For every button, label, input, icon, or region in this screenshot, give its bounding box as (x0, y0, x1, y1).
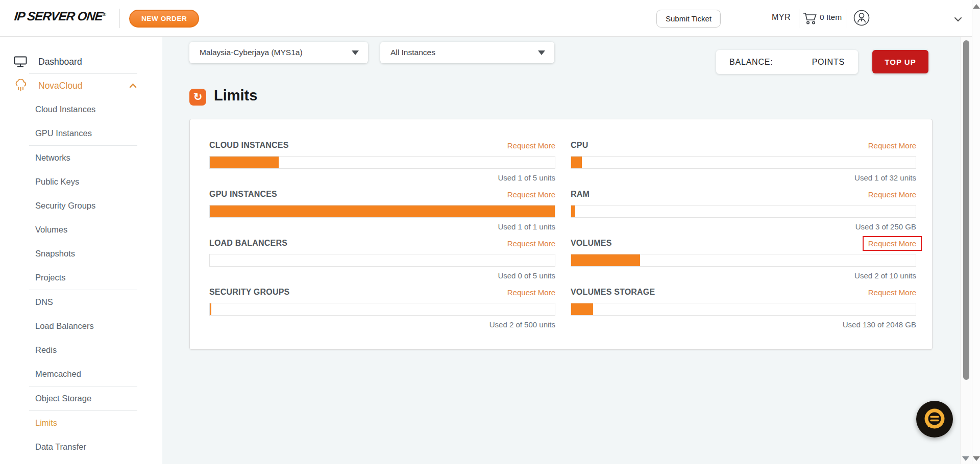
cart-count-label: 0 Item (820, 13, 842, 22)
balance-label: BALANCE: (729, 58, 773, 67)
sidebar-item-limits[interactable]: Limits (0, 411, 162, 435)
limit-progress-bar (571, 254, 916, 267)
sidebar-item-label: Limits (35, 418, 57, 428)
chat-widget-button[interactable] (916, 401, 953, 437)
content-scroll-down-arrow[interactable] (962, 456, 969, 461)
region-dropdown-value: Malaysia-Cyberjaya (MYS1a) (200, 48, 303, 57)
sidebar-item-dns[interactable]: DNS (0, 290, 162, 314)
monitor-icon (14, 56, 29, 68)
submit-ticket-button[interactable]: Submit Ticket (656, 10, 721, 28)
limit-label: CLOUD INSTANCES (209, 141, 289, 150)
registered-mark: ® (103, 12, 107, 17)
page-title: Limits (214, 87, 257, 104)
points-label: POINTS (812, 58, 845, 67)
sidebar-item-label: Dashboard (38, 57, 82, 67)
instances-dropdown[interactable]: All Instances (380, 42, 554, 63)
chevron-down-icon[interactable] (954, 15, 962, 21)
new-order-button[interactable]: NEW ORDER (129, 10, 199, 28)
sidebar-item-gpu-instances[interactable]: GPU Instances (0, 121, 162, 145)
request-more-link-cloud-instances[interactable]: Request More (507, 141, 555, 150)
chevron-up-icon (129, 81, 137, 90)
brand-logo[interactable]: IP SERVER ONE® (14, 9, 107, 23)
top-navbar: IP SERVER ONE® NEW ORDER Submit Ticket M… (0, 0, 972, 37)
request-more-link-volumes[interactable]: Request More (863, 236, 922, 251)
sidebar-item-redis[interactable]: Redis (0, 338, 162, 362)
navbar-divider (119, 9, 120, 28)
cloud-icon (14, 79, 29, 92)
limit-usage-caption: Used 1 of 5 units (209, 173, 555, 183)
sidebar-item-memcached[interactable]: Memcached (0, 362, 162, 386)
caret-down-icon (538, 50, 545, 55)
sidebar-item-label: Security Groups (35, 201, 95, 211)
sidebar-item-label: Data Transfer (35, 442, 86, 452)
limit-label: RAM (571, 190, 590, 199)
request-more-link-gpu-instances[interactable]: Request More (507, 190, 555, 199)
sidebar-item-networks[interactable]: Networks (0, 146, 162, 170)
content-scrollbar-thumb[interactable] (963, 40, 969, 380)
limit-usage-caption: Used 1 of 1 units (209, 222, 555, 231)
sidebar-item-load-balancers[interactable]: Load Balancers (0, 314, 162, 338)
limit-row-volumes-storage: VOLUMES STORAGERequest MoreUsed 130 of 2… (571, 287, 916, 329)
limit-progress-bar (571, 156, 916, 169)
browser-scroll-down-arrow[interactable] (973, 456, 980, 461)
limit-progress-bar (209, 303, 555, 316)
limit-progress-bar (571, 205, 916, 218)
limit-label: CPU (571, 141, 588, 150)
navbar-divider (799, 9, 799, 28)
sidebar-item-label: NovaCloud (38, 81, 83, 91)
limit-label: LOAD BALANCERS (209, 239, 287, 248)
limit-progress-fill (571, 205, 575, 217)
limit-progress-bar (209, 156, 555, 169)
request-more-link-security-groups[interactable]: Request More (507, 288, 555, 297)
sidebar-item-label: Load Balancers (35, 321, 94, 331)
limit-row-cloud-instances: CLOUD INSTANCESRequest MoreUsed 1 of 5 u… (209, 140, 555, 183)
profile-icon[interactable] (853, 9, 870, 27)
limit-row-header: SECURITY GROUPSRequest More (209, 287, 555, 297)
sidebar-item-label: Snapshots (35, 249, 75, 259)
top-up-button[interactable]: TOP UP (872, 50, 928, 73)
limit-progress-bar (209, 254, 555, 267)
sidebar-item-security-groups[interactable]: Security Groups (0, 194, 162, 218)
sidebar-item-label: Volumes (35, 225, 67, 235)
request-more-link-load-balancers[interactable]: Request More (507, 239, 555, 248)
sidebar-item-snapshots[interactable]: Snapshots (0, 242, 162, 266)
sidebar-item-public-keys[interactable]: Public Keys (0, 170, 162, 194)
balance-display: BALANCE: POINTS (716, 50, 858, 74)
limit-progress-fill (210, 303, 211, 315)
sidebar-item-label: Cloud Instances (35, 105, 95, 114)
sidebar-item-label: Memcached (35, 369, 81, 379)
sidebar-item-dashboard[interactable]: Dashboard (0, 50, 162, 73)
limit-progress-fill (571, 254, 640, 266)
currency-selector[interactable]: MYR (772, 13, 791, 22)
sidebar-item-cloud-instances[interactable]: Cloud Instances (0, 97, 162, 121)
sidebar-item-label: GPU Instances (35, 128, 92, 138)
limit-usage-caption: Used 2 of 10 units (571, 271, 916, 280)
limit-progress-fill (571, 303, 593, 315)
browser-scroll-up-arrow[interactable] (973, 4, 980, 9)
region-dropdown[interactable]: Malaysia-Cyberjaya (MYS1a) (189, 42, 368, 63)
limits-card: CLOUD INSTANCESRequest MoreUsed 1 of 5 u… (189, 119, 933, 350)
sidebar-item-volumes[interactable]: Volumes (0, 218, 162, 242)
navbar-divider (846, 9, 846, 28)
sidebar-item-projects[interactable]: Projects (0, 266, 162, 290)
limit-progress-fill (571, 157, 582, 168)
limit-row-ram: RAMRequest MoreUsed 3 of 250 GB (571, 189, 916, 231)
request-more-link-cpu[interactable]: Request More (868, 141, 916, 150)
limit-progress-bar (571, 303, 916, 316)
sidebar-item-data-transfer[interactable]: Data Transfer (0, 435, 162, 459)
sidebar-item-label: Redis (35, 345, 57, 355)
limit-label: VOLUMES STORAGE (571, 288, 655, 297)
request-more-link-ram[interactable]: Request More (868, 190, 916, 199)
limit-progress-fill (210, 157, 279, 168)
request-more-link-volumes-storage[interactable]: Request More (868, 288, 916, 297)
cart-icon[interactable] (802, 12, 818, 25)
limit-row-volumes: VOLUMESRequest MoreUsed 2 of 10 units (571, 238, 916, 280)
refresh-icon: ↻ (189, 89, 206, 106)
limit-label: SECURITY GROUPS (209, 288, 289, 297)
sidebar-item-object-storage[interactable]: Object Storage (0, 386, 162, 410)
limit-usage-caption: Used 2 of 500 units (209, 320, 555, 329)
sidebar-item-label: Networks (35, 153, 70, 163)
limit-progress-bar (209, 205, 555, 218)
sidebar-item-novacloud[interactable]: NovaCloud (0, 74, 162, 97)
browser-scrollbar[interactable] (972, 0, 980, 464)
